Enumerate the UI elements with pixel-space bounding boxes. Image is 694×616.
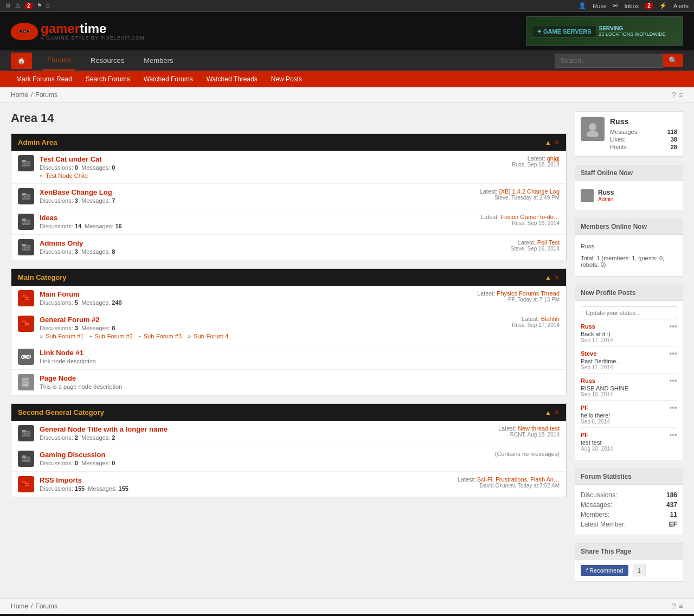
category-minimize-icon[interactable]: ▲	[545, 274, 551, 281]
forum-name-link[interactable]: Admins Only	[40, 239, 83, 247]
forum-stats: Discussions: 5 Messages: 240	[40, 299, 451, 306]
recommend-button[interactable]: f Recommend	[581, 565, 628, 576]
svg-rect-6	[22, 160, 26, 162]
category-close-icon[interactable]: ✕	[554, 409, 560, 416]
forum-stats: Discussions: 3 Messages: 7	[40, 197, 451, 204]
status-input[interactable]	[581, 306, 677, 319]
logo[interactable]: gamertime A GAMING STYLE BY PIXELEXIT.CO…	[11, 22, 144, 41]
points-label: Points:	[610, 144, 628, 150]
logo-text-wrapper: gamertime A GAMING STYLE BY PIXELEXIT.CO…	[41, 22, 144, 41]
forum-name-link[interactable]: Ideas	[40, 214, 57, 222]
forum-name-link[interactable]: General Forum #2	[40, 316, 100, 324]
nav-members[interactable]: Members	[139, 51, 177, 70]
nav-resources[interactable]: Resources	[86, 51, 128, 70]
breadcrumb: Home / Forums	[11, 91, 57, 99]
breadcrumb-menu-icon[interactable]: ≡	[679, 91, 683, 99]
forum-row: Admins Only Discussions: 3 Messages: 8 L…	[11, 235, 566, 260]
forum-name-link[interactable]: Main Forum	[40, 290, 80, 298]
svg-point-2	[27, 30, 30, 33]
gear-icon[interactable]: ⚙	[5, 2, 11, 9]
user-stat-likes: Likes: 38	[610, 136, 677, 143]
latest-thread-link[interactable]: Fusion Gamer to-do…	[500, 214, 560, 220]
post-options[interactable]: •••	[669, 349, 677, 358]
latest-thread-link[interactable]: Poll Test	[537, 239, 560, 246]
breadcrumb-help-icon[interactable]: ?	[672, 91, 676, 99]
sub-forum-link[interactable]: Sub-Forum 4	[194, 333, 228, 339]
bottom-home-link[interactable]: Home	[11, 602, 28, 610]
profile-post-header: Russ •••	[581, 376, 677, 385]
forum-info: General Forum #2 Discussions: 3 Messages…	[40, 316, 451, 339]
avatar[interactable]	[581, 117, 605, 141]
category-minimize-icon[interactable]: ▲	[545, 409, 551, 416]
post-date: Sep 11, 2014	[581, 364, 677, 370]
latest-thread-link[interactable]: Blahhh	[541, 316, 560, 322]
forum-name-link[interactable]: Gaming Discussion	[40, 451, 105, 459]
latest-thread-link[interactable]: [XB] 1.4.2 Change Log	[499, 188, 560, 195]
nav-forums[interactable]: Forums	[43, 50, 75, 70]
post-user[interactable]: PF	[581, 405, 588, 411]
breadcrumb-forums[interactable]: Forums	[35, 91, 57, 99]
sub-forum-link[interactable]: Sub-Forum #3	[144, 333, 182, 339]
category-close-icon[interactable]: ✕	[554, 139, 560, 146]
breadcrumb-bar: Home / Forums ? ≡	[0, 87, 694, 103]
latest-meta: Russ, Sep 18, 2014	[451, 162, 560, 168]
forum-stats-header: Forum Statistics	[575, 469, 683, 485]
inbox-link[interactable]: Inbox	[624, 3, 639, 9]
latest-meta: David Okuniev, Today at 7:52 AM	[451, 483, 560, 489]
user-stats: Messages: 118 Likes: 38 Points: 28	[610, 128, 677, 151]
search-input[interactable]	[555, 54, 663, 68]
post-date: Aug 30, 2014	[581, 446, 677, 452]
subnav-new-posts[interactable]: New Posts	[266, 71, 307, 87]
post-user[interactable]: PF	[581, 432, 588, 438]
post-user[interactable]: Russ	[581, 323, 595, 330]
sub-forum-link[interactable]: Sub-Forum #1	[46, 333, 83, 339]
messages-label: Messages:	[610, 129, 639, 135]
sub-forum-link[interactable]: Test Node Child	[46, 172, 88, 179]
staff-item: Russ Admin	[581, 187, 677, 204]
latest-thread-link[interactable]: Sci-Fi, Frustrations, Flash An…	[477, 476, 560, 483]
bottom-menu-icon[interactable]: ≡	[679, 602, 683, 611]
category-controls: ▲ ✕	[545, 139, 560, 146]
forum-name-link[interactable]: RSS Imports	[40, 476, 82, 484]
post-user[interactable]: Russ	[581, 377, 595, 384]
category-close-icon[interactable]: ✕	[554, 274, 560, 281]
latest-thread-link[interactable]: Physics Forums Thread	[497, 290, 560, 297]
subnav-watched-threads[interactable]: Watched Threads	[201, 71, 263, 87]
bottom-forums-link[interactable]: Forums	[35, 602, 57, 610]
post-options[interactable]: •••	[669, 403, 677, 412]
post-text: test test	[581, 439, 677, 446]
breadcrumb-home[interactable]: Home	[11, 91, 28, 99]
post-options[interactable]: •••	[669, 431, 677, 439]
category-main: Main Category ▲ ✕ Main Forum Discussions…	[11, 268, 567, 395]
latest-thread-link[interactable]: ghjgj	[547, 155, 560, 162]
forum-name-link[interactable]: XenBase Change Log	[40, 188, 112, 196]
banner[interactable]: ✦ GAME SERVERS SERVING 25 LOCATIONS WORL…	[526, 16, 683, 46]
username-link[interactable]: Russ	[593, 3, 606, 9]
home-nav-item[interactable]: 🏠	[11, 53, 32, 69]
forum-name-link[interactable]: Link Node #1	[40, 349, 83, 357]
flag-icon[interactable]: ⚑	[37, 2, 42, 9]
forum-name-link[interactable]: General Node Title with a longer name	[40, 425, 168, 433]
sub-forum-link[interactable]: Sub-Forum #2	[94, 333, 132, 339]
alert-icon[interactable]: ⚠	[15, 2, 21, 9]
svg-point-12	[22, 196, 24, 198]
subnav-watched-forums[interactable]: Watched Forums	[138, 71, 198, 87]
category-minimize-icon[interactable]: ▲	[545, 139, 551, 146]
alerts-link[interactable]: Alerts	[673, 3, 689, 9]
forum-name-link[interactable]: Page Node	[40, 374, 76, 382]
post-options[interactable]: •••	[669, 376, 677, 385]
forum-stats: This is a page node description	[40, 383, 451, 390]
svg-rect-31	[22, 320, 26, 323]
subnav-mark-read[interactable]: Mark Forums Read	[11, 71, 78, 87]
search-button[interactable]: 🔍	[663, 54, 683, 67]
latest-meta: Russ, Sep 17, 2014	[451, 322, 560, 328]
forum-row: Page Node This is a page node descriptio…	[11, 370, 566, 395]
forum-name-link[interactable]: Test Cat under Cat	[40, 155, 102, 163]
post-options[interactable]: •••	[669, 322, 677, 331]
svg-point-32	[22, 323, 24, 325]
latest-thread-link[interactable]: New thread test	[518, 425, 560, 432]
stat-discussions: Discussions: 186	[581, 490, 677, 500]
subnav-search-forums[interactable]: Search Forums	[80, 71, 136, 87]
post-user[interactable]: Steve	[581, 350, 596, 357]
bottom-help-icon[interactable]: ?	[672, 602, 676, 611]
